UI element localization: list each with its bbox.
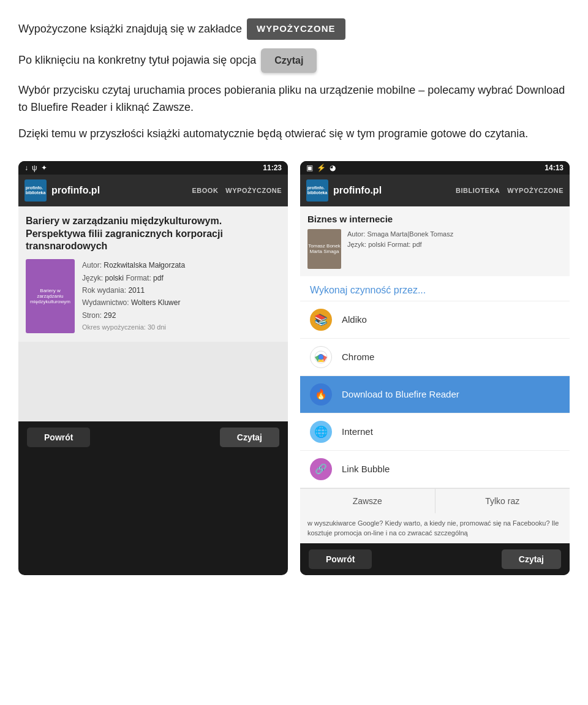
dialog-title: Wykonaj czynność przez...	[300, 276, 570, 301]
status-bar-right: ▣ ⚡ ◕ 14:13	[300, 161, 570, 175]
time-right: 14:13	[545, 164, 564, 172]
author-thumb-text: Tomasz Bonek Marta Smaga	[307, 243, 341, 254]
phone-buttons-left: Powrót Czytaj	[18, 421, 288, 453]
app-bar-left: profinfo.biblioteka profinfo.pl EBOOK WY…	[18, 175, 288, 206]
app-title-right: profinfo.pl	[333, 185, 451, 196]
intro-text-2: Po kliknięciu na konkretny tytuł pojawia…	[18, 52, 256, 69]
book-pages-left: Stron: 292	[82, 309, 185, 322]
intro-line-2: Po kliknięciu na konkretny tytuł pojawia…	[18, 48, 570, 73]
book-content-spacer	[18, 342, 288, 421]
svg-point-2	[318, 355, 323, 360]
lightning-icon: ⚡	[317, 164, 326, 172]
status-bar-left: ↓ ψ ✦ 11:23	[18, 161, 288, 175]
intro-para-2: Dzięki temu w przyszłości książki automa…	[18, 125, 570, 143]
bluefire-icon: 🔥	[310, 383, 332, 405]
book-meta-right: Autor: Smaga Marta|Bonek Tomasz Język: p…	[347, 229, 453, 251]
badge-czytaj: Czytaj	[261, 48, 317, 73]
book-detail-left: Bariery w zarządzaniu międzykulturowym. …	[18, 206, 288, 342]
app-bar-right: profinfo.biblioteka profinfo.pl BIBLIOTE…	[300, 175, 570, 206]
book-lang-right: Język: polski Format: pdf	[347, 239, 453, 251]
app-nav-right: BIBLIOTEKA WYPOŻYCZONE	[456, 187, 564, 194]
status-icons-right: ▣ ⚡ ◕	[306, 164, 336, 172]
book-language-left: Język: polski Format: pdf	[82, 272, 185, 284]
app-nav-left: EBOOK WYPOŻYCZONE	[192, 187, 282, 194]
time-left: 11:23	[263, 164, 282, 172]
dialog-item-linkbubble[interactable]: 🔗 Link Bubble	[300, 451, 570, 488]
book-meta-left: Autor: Rozkwitalska Małgorzata Język: po…	[82, 259, 185, 333]
book-year-left: Rok wydania: 2011	[82, 284, 185, 296]
action-once-button[interactable]: Tylko raz	[435, 489, 570, 513]
action-dialog: Wykonaj czynność przez... 📚 Aldiko	[300, 276, 570, 513]
intro-line-1: Wypożyczone książki znajdują się w zakła…	[18, 18, 570, 40]
intro-section: Wypożyczone książki znajdują się w zakła…	[18, 18, 570, 143]
back-button-right[interactable]: Powrót	[309, 549, 372, 569]
wifi-icon: ✦	[41, 164, 47, 172]
linkbubble-icon: 🔗	[310, 458, 332, 480]
sync-icon: ◕	[330, 164, 336, 172]
nav-ebook[interactable]: EBOOK	[192, 187, 218, 194]
author-thumb-right: Tomasz Bonek Marta Smaga	[307, 229, 341, 269]
aldiko-icon: 📚	[310, 309, 332, 331]
intro-text-1: Wypożyczone książki znajdują się w zakła…	[18, 21, 242, 37]
internet-label: Internet	[342, 426, 373, 437]
phone-buttons-right: Powrót Czytaj	[300, 543, 570, 575]
action-always-button[interactable]: Zawsze	[300, 489, 435, 513]
chrome-svg	[314, 350, 328, 364]
phone-right: ▣ ⚡ ◕ 14:13 profinfo.biblioteka profinfo…	[300, 161, 570, 575]
app-logo-left: profinfo.biblioteka	[24, 179, 47, 202]
book-info-right: Biznes w internecie Tomasz Bonek Marta S…	[300, 206, 570, 276]
status-icons-left: ↓ ψ ✦	[24, 164, 47, 172]
app-title-left: profinfo.pl	[51, 185, 187, 196]
nav-biblioteka[interactable]: BIBLIOTEKA	[456, 187, 500, 194]
dialog-item-chrome[interactable]: Chrome	[300, 339, 570, 376]
chrome-label: Chrome	[342, 352, 374, 362]
nav-wypozyczone-left[interactable]: WYPOŻYCZONE	[225, 187, 282, 194]
logo-text-left: profinfo.biblioteka	[26, 186, 46, 195]
internet-icon: 🌐	[310, 421, 332, 443]
book-publisher-left: Wydawnictwo: Wolters Kluwer	[82, 296, 185, 309]
bluetooth-icon: ψ	[32, 164, 37, 172]
book-title-left: Bariery w zarządzaniu międzykulturowym. …	[26, 215, 281, 253]
cover-text-left: Bariery w zarządzaniu międzykulturowym	[28, 288, 72, 304]
dialog-actions: Zawsze Tylko raz	[300, 488, 570, 513]
chrome-icon	[310, 346, 332, 368]
bluefire-label: Download to Bluefire Reader	[342, 389, 459, 399]
dialog-item-aldiko[interactable]: 📚 Aldiko	[300, 301, 570, 339]
book-author-right: Autor: Smaga Marta|Bonek Tomasz	[347, 229, 453, 240]
read-button-right[interactable]: Czytaj	[502, 549, 561, 569]
below-dialog-text: w wyszukiwarce Google? Kiedy warto, a ki…	[300, 513, 570, 543]
aldiko-label: Aldiko	[342, 314, 367, 325]
book-content-left: Bariery w zarządzaniu międzykulturowym A…	[26, 259, 281, 333]
book-cover-left: Bariery w zarządzaniu międzykulturowym	[26, 259, 75, 333]
book-author-left: Autor: Rozkwitalska Małgorzata	[82, 259, 185, 271]
back-button-left[interactable]: Powrót	[27, 428, 90, 447]
book-period-left: Okres wypożyczenia: 30 dni	[82, 322, 185, 333]
nav-wypozyczone-right[interactable]: WYPOŻYCZONE	[507, 187, 564, 194]
intro-para-1: Wybór przycisku czytaj uruchamia proces …	[18, 81, 570, 117]
book-info-row-right: Tomasz Bonek Marta Smaga Autor: Smaga Ma…	[307, 229, 562, 269]
app-logo-right: profinfo.biblioteka	[306, 179, 328, 202]
read-button-left[interactable]: Czytaj	[220, 428, 279, 447]
dialog-item-internet[interactable]: 🌐 Internet	[300, 413, 570, 451]
usb-icon: ↓	[24, 164, 28, 172]
badge-wypozyczone: WYPOŻYCZONE	[247, 18, 345, 40]
image-icon: ▣	[306, 164, 313, 172]
linkbubble-label: Link Bubble	[342, 464, 390, 474]
dialog-item-bluefire[interactable]: 🔥 Download to Bluefire Reader	[300, 376, 570, 413]
screenshots-container: ↓ ψ ✦ 11:23 profinfo.biblioteka profinfo…	[18, 161, 570, 575]
book-title-right: Biznes w internecie	[307, 214, 562, 224]
phone-left: ↓ ψ ✦ 11:23 profinfo.biblioteka profinfo…	[18, 161, 288, 575]
